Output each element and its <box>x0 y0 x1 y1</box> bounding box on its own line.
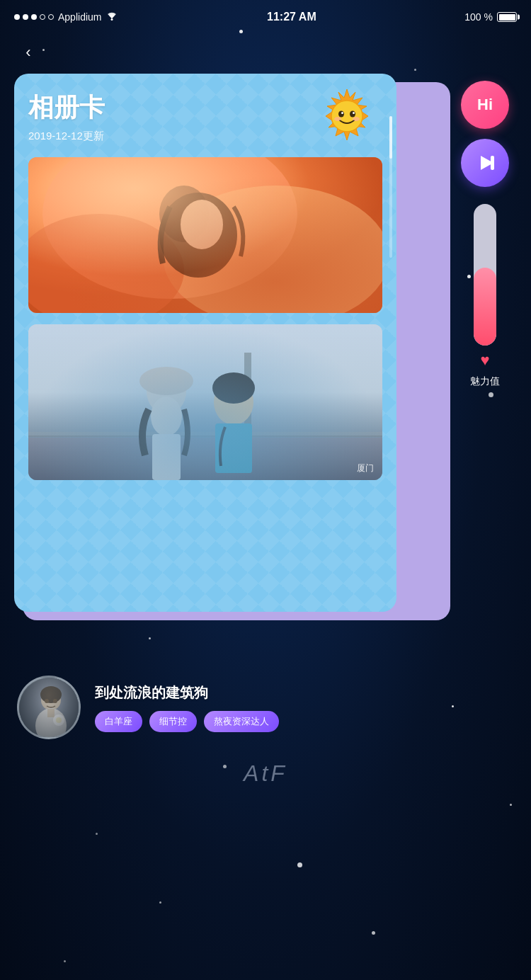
svg-point-25 <box>214 380 253 425</box>
svg-point-8 <box>353 117 360 121</box>
main-content: 相册卡 2019-12-12更新 <box>0 74 531 612</box>
svg-rect-24 <box>152 434 181 480</box>
svg-rect-35 <box>47 709 55 717</box>
svg-point-36 <box>53 714 64 726</box>
svg-point-4 <box>350 111 355 118</box>
status-left: Applidium <box>14 11 118 23</box>
svg-point-39 <box>53 699 57 703</box>
svg-point-6 <box>353 112 355 114</box>
svg-point-12 <box>28 214 184 313</box>
svg-point-21 <box>147 369 186 414</box>
status-bar: Applidium 11:27 AM 100 % <box>0 0 531 31</box>
dot-2 <box>23 14 28 20</box>
svg-point-32 <box>41 690 61 710</box>
svg-rect-17 <box>28 438 382 480</box>
svg-rect-9 <box>28 157 382 313</box>
dot-4 <box>40 14 45 20</box>
signal-dots <box>14 14 54 20</box>
svg-point-10 <box>42 157 297 299</box>
status-right: 100 % <box>464 11 517 23</box>
svg-point-15 <box>181 200 223 249</box>
svg-point-3 <box>338 111 344 118</box>
svg-point-11 <box>163 186 382 313</box>
svg-point-33 <box>40 686 62 703</box>
back-button[interactable]: ‹ <box>14 38 42 67</box>
play-button[interactable] <box>461 139 509 187</box>
svg-point-0 <box>111 18 113 21</box>
hi-button[interactable]: Hi <box>461 81 509 129</box>
user-name: 到处流浪的建筑狗 <box>95 683 514 702</box>
user-avatar <box>17 676 81 739</box>
user-section: 到处流浪的建筑狗 白羊座 细节控 熬夜资深达人 <box>0 654 531 753</box>
hi-label: Hi <box>477 96 493 114</box>
tag-aries[interactable]: 白羊座 <box>95 711 142 732</box>
user-info: 到处流浪的建筑狗 白羊座 细节控 熬夜资深达人 <box>95 683 514 732</box>
wifi-icon <box>105 11 118 23</box>
charm-heart-icon: ♥ <box>480 351 489 370</box>
svg-point-13 <box>159 193 237 278</box>
battery-bar <box>497 12 517 22</box>
battery-fill <box>499 14 515 21</box>
card-date: 2019-12-12更新 <box>28 130 382 143</box>
time-display: 11:27 AM <box>267 11 316 23</box>
right-sidebar: Hi ♥ 魅力值 <box>453 74 517 388</box>
svg-point-37 <box>56 717 62 723</box>
atf-text: AtF <box>7 760 524 787</box>
avatar-image <box>19 678 81 739</box>
carrier-name: Applidium <box>58 11 101 23</box>
user-tags: 白羊座 细节控 熬夜资深达人 <box>95 711 514 732</box>
battery-indicator <box>497 12 517 22</box>
svg-point-27 <box>212 372 255 404</box>
charm-label: 魅力值 <box>470 375 500 388</box>
svg-point-38 <box>45 699 49 703</box>
meter-track <box>474 204 496 346</box>
photo-2: 厦门 <box>28 324 382 480</box>
tag-detail[interactable]: 细节控 <box>149 711 197 732</box>
dot-1 <box>14 14 20 20</box>
play-icon <box>474 152 496 174</box>
photo-label: 厦门 <box>357 462 374 474</box>
dot-3 <box>31 14 37 20</box>
svg-rect-16 <box>28 324 382 438</box>
album-area: 相册卡 2019-12-12更新 <box>14 74 442 612</box>
meter-fill <box>474 268 496 346</box>
svg-rect-29 <box>491 156 494 170</box>
footer-area: AtF <box>0 753 531 794</box>
battery-percent: 100 % <box>464 11 493 23</box>
svg-rect-18 <box>28 432 382 436</box>
svg-point-31 <box>19 678 81 739</box>
svg-point-7 <box>334 117 341 121</box>
album-card[interactable]: 相册卡 2019-12-12更新 <box>14 74 396 612</box>
svg-rect-20 <box>244 353 251 473</box>
back-chevron: ‹ <box>25 43 30 62</box>
svg-point-5 <box>341 112 343 114</box>
photo-1 <box>28 157 382 313</box>
card-scrollbar-thumb <box>389 116 392 159</box>
svg-point-34 <box>35 708 67 739</box>
dot-5 <box>48 14 54 20</box>
card-scrollbar[interactable] <box>389 116 392 258</box>
svg-point-22 <box>139 367 193 395</box>
svg-point-23 <box>151 397 182 436</box>
charm-meter: ♥ 魅力值 <box>470 204 500 388</box>
svg-point-2 <box>331 101 362 132</box>
svg-point-14 <box>159 186 209 242</box>
tag-night[interactable]: 熬夜资深达人 <box>204 711 279 732</box>
svg-point-30 <box>19 678 81 739</box>
svg-rect-26 <box>215 423 252 473</box>
